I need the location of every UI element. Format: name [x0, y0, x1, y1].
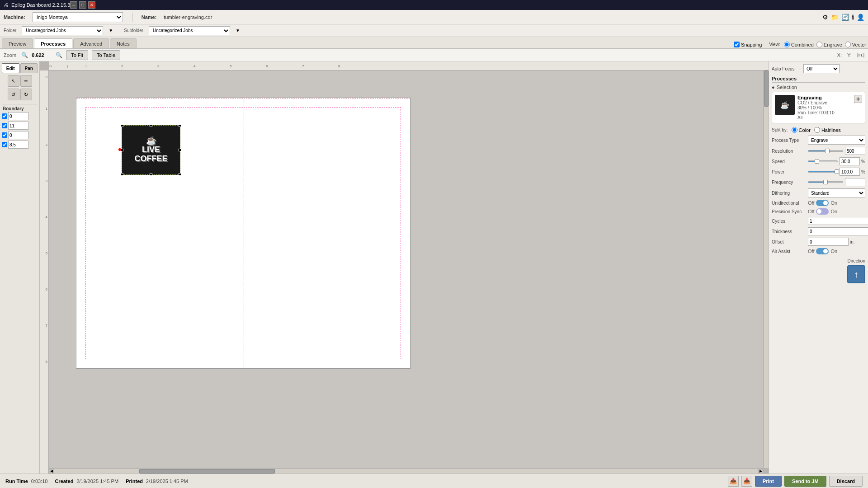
offset-input[interactable] [808, 238, 849, 246]
frequency-label: Frequency [772, 180, 808, 185]
dithering-select[interactable]: Standard [808, 188, 865, 197]
boundary-input-0[interactable] [8, 112, 28, 120]
split-hairlines-label[interactable]: Hairlines [814, 127, 841, 133]
discard-button[interactable]: Discard [829, 476, 863, 487]
user-icon[interactable]: 👤 [857, 14, 864, 21]
image-object[interactable]: ☕LIVECOFFEE [122, 125, 180, 175]
close-button[interactable]: ✕ [88, 1, 95, 9]
machine-select[interactable]: Inigo Montoya [33, 12, 123, 22]
vscroll-thumb[interactable] [764, 70, 769, 107]
folder-select[interactable]: Uncategorized Jobs [22, 26, 103, 35]
split-color-label[interactable]: Color [792, 127, 811, 133]
boundary-input-1[interactable] [8, 122, 28, 130]
undo-button[interactable]: ↺ [8, 89, 19, 100]
tab-processes[interactable]: Processes [34, 38, 72, 48]
pan-button[interactable]: Pan [20, 63, 38, 73]
frequency-input[interactable] [845, 178, 865, 186]
cycles-input[interactable] [808, 217, 868, 225]
air-assist-toggle[interactable] [816, 248, 829, 254]
direction-button[interactable]: ↑ [847, 265, 865, 283]
tab-notes[interactable]: Notes [110, 38, 137, 48]
restore-button[interactable]: □ [79, 1, 86, 9]
boundary-check-3[interactable] [2, 142, 7, 147]
power-unit: % [861, 169, 865, 174]
unidirectional-on-label: On [830, 200, 837, 206]
snapping-checkbox[interactable] [734, 42, 740, 47]
zoom-out-icon[interactable]: 🔍 [56, 52, 62, 58]
combined-radio[interactable] [784, 42, 790, 47]
selection-handle-tr[interactable] [179, 124, 181, 127]
combined-radio-label[interactable]: Combined [784, 42, 814, 47]
precision-sync-on-label: On [830, 209, 837, 214]
subfolder-dropdown-icon[interactable]: ▼ [236, 28, 240, 33]
unidirectional-toggle[interactable] [816, 200, 829, 206]
selection-radio[interactable]: ● [772, 84, 775, 90]
vertical-scrollbar[interactable] [763, 70, 769, 468]
precision-sync-toggle[interactable] [816, 208, 829, 215]
frequency-row: Frequency [772, 178, 865, 186]
view-label: View: [769, 42, 780, 47]
resolution-label: Resolution [772, 149, 808, 154]
select-tool-button[interactable]: ↖ [8, 75, 19, 87]
split-color-radio[interactable] [792, 127, 797, 133]
process-type-select[interactable]: Engrave [808, 136, 865, 145]
resolution-input[interactable] [845, 147, 865, 155]
selection-handle-mr[interactable] [179, 149, 181, 151]
info-icon[interactable]: ℹ [852, 14, 854, 21]
to-fit-button[interactable]: To Fit [66, 50, 88, 60]
canvas-page: ☕LIVECOFFEE [76, 98, 410, 369]
tab-advanced[interactable]: Advanced [73, 38, 109, 48]
engrave-radio[interactable] [816, 42, 822, 47]
selection-handle-br[interactable] [179, 173, 181, 176]
redo-button[interactable]: ↻ [20, 89, 32, 100]
selection-handle-tl[interactable] [121, 124, 123, 127]
boundary-input-3[interactable] [8, 141, 28, 149]
frequency-slider[interactable] [808, 179, 843, 185]
boundary-check-2[interactable] [2, 132, 7, 138]
status-icon-btn-2[interactable]: 📥 [741, 476, 752, 487]
boundary-check-0[interactable] [2, 113, 7, 119]
to-table-button[interactable]: To Table [92, 50, 120, 60]
speed-input[interactable] [840, 157, 860, 165]
horizontal-scrollbar[interactable]: ◀ ▶ [49, 468, 763, 474]
status-icon-btn-1[interactable]: 📤 [728, 476, 739, 487]
tab-preview[interactable]: Preview [2, 38, 33, 48]
canvas-area[interactable]: in. | 1 2 3 4 5 6 7 8 0 1 2 3 4 5 6 7 8 [40, 61, 769, 474]
hscroll-thumb[interactable] [139, 469, 275, 474]
subfolder-label: Subfolder [124, 28, 143, 33]
refresh-icon[interactable]: 🔄 [841, 14, 849, 21]
boundary-check-1[interactable] [2, 123, 7, 128]
print-button[interactable]: Print [755, 476, 782, 487]
edit-button[interactable]: Edit [2, 63, 19, 73]
autofocus-select[interactable]: Off [803, 64, 840, 73]
boundary-input-2[interactable] [8, 131, 28, 139]
selection-handle-tm[interactable] [150, 124, 152, 127]
power-slider[interactable] [808, 169, 838, 175]
hscroll-left-button[interactable]: ◀ [49, 469, 54, 474]
gear-icon[interactable]: ⚙ [822, 14, 828, 21]
process-card[interactable]: ☕ Engraving CO2 / Engrave 30% / 100% Run… [772, 92, 865, 123]
printed-value: 2/19/2025 1:45 PM [146, 479, 188, 484]
subfolder-select[interactable]: Uncategorized Jobs [149, 26, 230, 35]
vector-radio-label[interactable]: Vector [845, 42, 866, 47]
hscroll-right-button[interactable]: ▶ [758, 469, 763, 474]
selection-handle-bl[interactable] [121, 173, 123, 176]
engrave-radio-label[interactable]: Engrave [816, 42, 842, 47]
minimize-button[interactable]: ─ [70, 1, 77, 9]
process-add-button[interactable]: + [854, 95, 862, 103]
runtime-value: 0:03:10 [31, 479, 48, 484]
folder-icon[interactable]: 📁 [831, 14, 839, 21]
split-hairlines-radio[interactable] [814, 127, 820, 133]
folder-dropdown-icon[interactable]: ▼ [108, 28, 113, 33]
x-label: X: [837, 52, 842, 58]
thickness-input[interactable] [808, 227, 868, 235]
send-to-jm-button[interactable]: Send to JM [784, 476, 826, 487]
selection-handle-bm[interactable] [150, 173, 152, 176]
vector-radio[interactable] [845, 42, 851, 47]
speed-slider[interactable] [808, 158, 838, 164]
air-assist-off-label: Off [808, 249, 814, 254]
power-input[interactable] [840, 168, 860, 176]
right-panel: Auto Focus Off Processes ● Selection ☕ E… [769, 61, 868, 474]
line-tool-button[interactable]: ━ [20, 75, 32, 87]
resolution-slider[interactable] [808, 148, 843, 154]
